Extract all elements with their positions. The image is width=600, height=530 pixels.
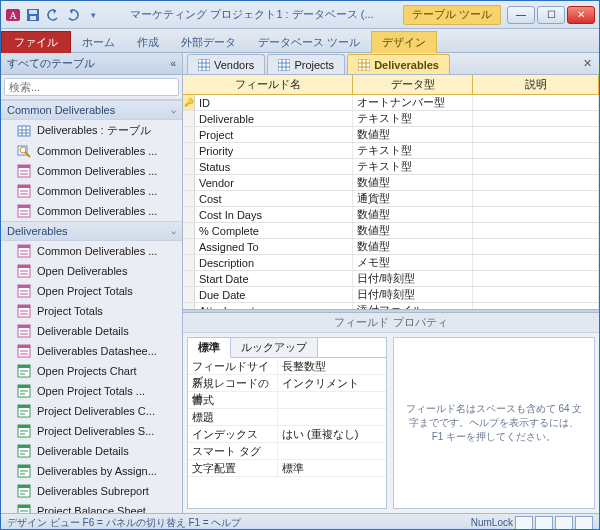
col-description[interactable]: 説明 — [473, 75, 599, 94]
field-name-cell[interactable]: Cost In Days — [195, 207, 353, 222]
doctab-projects[interactable]: Projects — [267, 54, 345, 74]
field-name-cell[interactable]: Priority — [195, 143, 353, 158]
data-type-cell[interactable]: テキスト型 — [353, 159, 473, 174]
minimize-button[interactable]: — — [507, 6, 535, 24]
field-row[interactable]: Priorityテキスト型 — [183, 143, 599, 159]
description-cell[interactable] — [473, 143, 599, 158]
field-row[interactable]: 🔑IDオートナンバー型 — [183, 95, 599, 111]
nav-pane-header[interactable]: すべてのテーブル « — [1, 53, 182, 75]
description-cell[interactable] — [473, 255, 599, 270]
field-row[interactable]: Descriptionメモ型 — [183, 255, 599, 271]
description-cell[interactable] — [473, 239, 599, 254]
field-name-cell[interactable]: Status — [195, 159, 353, 174]
property-value[interactable]: インクリメント — [278, 375, 386, 391]
property-value[interactable]: 長整数型 — [278, 358, 386, 374]
nav-item[interactable]: Open Deliverables — [1, 261, 182, 281]
property-value[interactable]: はい (重複なし) — [278, 426, 386, 442]
row-selector[interactable] — [183, 255, 195, 270]
property-value[interactable] — [278, 443, 386, 459]
field-row[interactable]: Cost通貨型 — [183, 191, 599, 207]
data-type-cell[interactable]: テキスト型 — [353, 143, 473, 158]
field-row[interactable]: Vendor数値型 — [183, 175, 599, 191]
nav-item[interactable]: Deliverable Details — [1, 441, 182, 461]
data-type-cell[interactable]: 数値型 — [353, 127, 473, 142]
row-selector[interactable] — [183, 191, 195, 206]
field-row[interactable]: Due Date日付/時刻型 — [183, 287, 599, 303]
nav-item[interactable]: Common Deliverables ... — [1, 141, 182, 161]
row-selector[interactable] — [183, 271, 195, 286]
nav-item[interactable]: Common Deliverables ... — [1, 161, 182, 181]
col-field-name[interactable]: フィールド名 — [183, 75, 353, 94]
nav-item[interactable]: Deliverables Subreport — [1, 481, 182, 501]
data-type-cell[interactable]: 日付/時刻型 — [353, 287, 473, 302]
close-button[interactable]: ✕ — [567, 6, 595, 24]
field-name-cell[interactable]: Project — [195, 127, 353, 142]
data-type-cell[interactable]: 数値型 — [353, 223, 473, 238]
field-name-cell[interactable]: Vendor — [195, 175, 353, 190]
property-grid[interactable]: フィールドサイズ長整数型新規レコードの値インクリメント書式標題インデックスはい … — [188, 358, 386, 508]
qat-customize-icon[interactable]: ▾ — [85, 7, 101, 23]
row-selector[interactable] — [183, 239, 195, 254]
nav-item[interactable]: Project Totals — [1, 301, 182, 321]
col-data-type[interactable]: データ型 — [353, 75, 473, 94]
description-cell[interactable] — [473, 207, 599, 222]
row-selector[interactable] — [183, 111, 195, 126]
property-row[interactable]: 標題 — [188, 409, 386, 426]
tab-home[interactable]: ホーム — [71, 31, 126, 53]
tab-external-data[interactable]: 外部データ — [170, 31, 247, 53]
nav-item[interactable]: Open Project Totals — [1, 281, 182, 301]
row-selector[interactable] — [183, 127, 195, 142]
row-selector[interactable]: 🔑 — [183, 95, 195, 110]
view-pivot-button[interactable] — [555, 516, 573, 530]
data-type-cell[interactable]: 数値型 — [353, 207, 473, 222]
description-cell[interactable] — [473, 287, 599, 302]
field-name-cell[interactable]: Start Date — [195, 271, 353, 286]
nav-item[interactable]: Common Deliverables ... — [1, 241, 182, 261]
field-row[interactable]: Project数値型 — [183, 127, 599, 143]
save-icon[interactable] — [25, 7, 41, 23]
doctab-close-icon[interactable]: ✕ — [579, 56, 595, 72]
undo-icon[interactable] — [45, 7, 61, 23]
data-type-cell[interactable]: 通貨型 — [353, 191, 473, 206]
field-row[interactable]: % Complete数値型 — [183, 223, 599, 239]
field-row[interactable]: Deliverableテキスト型 — [183, 111, 599, 127]
description-cell[interactable] — [473, 223, 599, 238]
property-row[interactable]: 書式 — [188, 392, 386, 409]
field-row[interactable]: Assigned To数値型 — [183, 239, 599, 255]
row-selector[interactable] — [183, 175, 195, 190]
tab-create[interactable]: 作成 — [126, 31, 170, 53]
nav-collapse-icon[interactable]: « — [170, 58, 176, 69]
row-selector[interactable] — [183, 207, 195, 222]
property-row[interactable]: フィールドサイズ長整数型 — [188, 358, 386, 375]
property-row[interactable]: 文字配置標準 — [188, 460, 386, 477]
tab-file[interactable]: ファイル — [1, 31, 71, 53]
redo-icon[interactable] — [65, 7, 81, 23]
view-sql-button[interactable] — [575, 516, 593, 530]
nav-scroll[interactable]: Common Deliverables⌵Deliverables : テーブルC… — [1, 100, 182, 513]
description-cell[interactable] — [473, 271, 599, 286]
view-design-button[interactable] — [535, 516, 553, 530]
data-type-cell[interactable]: 日付/時刻型 — [353, 271, 473, 286]
field-name-cell[interactable]: % Complete — [195, 223, 353, 238]
nav-item[interactable]: Deliverables Datashee... — [1, 341, 182, 361]
doctab-deliverables[interactable]: Deliverables — [347, 54, 450, 74]
nav-item[interactable]: Deliverables by Assign... — [1, 461, 182, 481]
nav-item[interactable]: Open Projects Chart — [1, 361, 182, 381]
data-type-cell[interactable]: テキスト型 — [353, 111, 473, 126]
nav-item[interactable]: Common Deliverables ... — [1, 181, 182, 201]
row-selector[interactable] — [183, 159, 195, 174]
property-value[interactable]: 標準 — [278, 460, 386, 476]
data-type-cell[interactable]: 数値型 — [353, 239, 473, 254]
description-cell[interactable] — [473, 191, 599, 206]
tab-database-tools[interactable]: データベース ツール — [247, 31, 371, 53]
field-name-cell[interactable]: Description — [195, 255, 353, 270]
field-name-cell[interactable]: ID — [195, 95, 353, 110]
property-tab-general[interactable]: 標準 — [188, 338, 231, 358]
field-name-cell[interactable]: Cost — [195, 191, 353, 206]
maximize-button[interactable]: ☐ — [537, 6, 565, 24]
property-value[interactable] — [278, 409, 386, 425]
property-row[interactable]: スマート タグ — [188, 443, 386, 460]
property-row[interactable]: 新規レコードの値インクリメント — [188, 375, 386, 392]
field-name-cell[interactable]: Due Date — [195, 287, 353, 302]
nav-item[interactable]: Project Balance Sheet — [1, 501, 182, 513]
